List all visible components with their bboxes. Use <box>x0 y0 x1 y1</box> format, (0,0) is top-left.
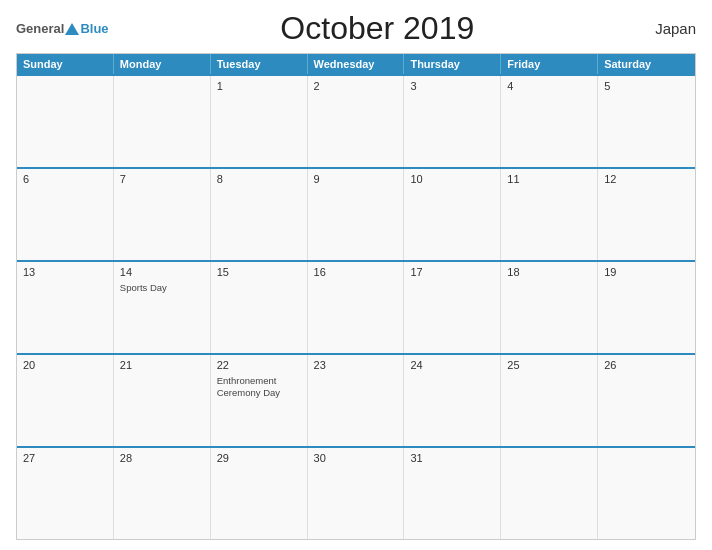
day-number: 1 <box>217 80 301 92</box>
cal-cell <box>598 448 695 539</box>
calendar-header-row: SundayMondayTuesdayWednesdayThursdayFrid… <box>17 54 695 74</box>
logo-blue: Blue <box>80 21 108 36</box>
cal-cell: 30 <box>308 448 405 539</box>
day-number: 25 <box>507 359 591 371</box>
cal-header-saturday: Saturday <box>598 54 695 74</box>
cal-header-sunday: Sunday <box>17 54 114 74</box>
cal-cell <box>114 76 211 167</box>
day-number: 3 <box>410 80 494 92</box>
cal-header-friday: Friday <box>501 54 598 74</box>
cal-header-wednesday: Wednesday <box>308 54 405 74</box>
header: General Blue October 2019 Japan <box>16 10 696 47</box>
day-number: 23 <box>314 359 398 371</box>
cal-header-thursday: Thursday <box>404 54 501 74</box>
cal-cell <box>501 448 598 539</box>
day-number: 31 <box>410 452 494 464</box>
cal-header-tuesday: Tuesday <box>211 54 308 74</box>
page: General Blue October 2019 Japan SundayMo… <box>0 0 712 550</box>
calendar: SundayMondayTuesdayWednesdayThursdayFrid… <box>16 53 696 540</box>
day-number: 11 <box>507 173 591 185</box>
cal-header-monday: Monday <box>114 54 211 74</box>
day-number: 26 <box>604 359 689 371</box>
day-number: 8 <box>217 173 301 185</box>
day-number: 6 <box>23 173 107 185</box>
calendar-event: Enthronement Ceremony Day <box>217 375 301 400</box>
day-number: 9 <box>314 173 398 185</box>
cal-cell: 29 <box>211 448 308 539</box>
cal-cell: 15 <box>211 262 308 353</box>
day-number: 17 <box>410 266 494 278</box>
cal-cell: 19 <box>598 262 695 353</box>
cal-cell: 21 <box>114 355 211 446</box>
cal-week-0: 12345 <box>17 74 695 167</box>
cal-cell: 7 <box>114 169 211 260</box>
cal-cell: 9 <box>308 169 405 260</box>
cal-cell: 26 <box>598 355 695 446</box>
cal-cell: 28 <box>114 448 211 539</box>
cal-cell: 25 <box>501 355 598 446</box>
cal-cell: 6 <box>17 169 114 260</box>
cal-cell: 17 <box>404 262 501 353</box>
cal-cell: 23 <box>308 355 405 446</box>
day-number: 20 <box>23 359 107 371</box>
cal-cell: 24 <box>404 355 501 446</box>
day-number: 30 <box>314 452 398 464</box>
day-number: 13 <box>23 266 107 278</box>
day-number: 2 <box>314 80 398 92</box>
cal-week-3: 202122Enthronement Ceremony Day23242526 <box>17 353 695 446</box>
day-number: 5 <box>604 80 689 92</box>
month-title: October 2019 <box>109 10 646 47</box>
day-number: 21 <box>120 359 204 371</box>
cal-cell: 13 <box>17 262 114 353</box>
cal-cell: 31 <box>404 448 501 539</box>
cal-week-4: 2728293031 <box>17 446 695 539</box>
day-number: 15 <box>217 266 301 278</box>
cal-cell: 14Sports Day <box>114 262 211 353</box>
day-number: 10 <box>410 173 494 185</box>
day-number: 29 <box>217 452 301 464</box>
day-number: 28 <box>120 452 204 464</box>
day-number: 24 <box>410 359 494 371</box>
day-number: 12 <box>604 173 689 185</box>
cal-cell: 3 <box>404 76 501 167</box>
day-number: 4 <box>507 80 591 92</box>
cal-cell: 18 <box>501 262 598 353</box>
logo-triangle-icon <box>65 23 79 35</box>
day-number: 27 <box>23 452 107 464</box>
calendar-body: 1234567891011121314Sports Day15161718192… <box>17 74 695 539</box>
day-number: 18 <box>507 266 591 278</box>
logo: General Blue <box>16 21 109 36</box>
cal-cell: 8 <box>211 169 308 260</box>
cal-cell: 20 <box>17 355 114 446</box>
calendar-event: Sports Day <box>120 282 204 294</box>
logo-general: General <box>16 21 64 36</box>
day-number: 7 <box>120 173 204 185</box>
cal-cell: 16 <box>308 262 405 353</box>
day-number: 22 <box>217 359 301 371</box>
cal-cell: 10 <box>404 169 501 260</box>
cal-week-2: 1314Sports Day1516171819 <box>17 260 695 353</box>
cal-cell: 4 <box>501 76 598 167</box>
cal-cell: 2 <box>308 76 405 167</box>
cal-cell: 1 <box>211 76 308 167</box>
country-label: Japan <box>646 20 696 37</box>
cal-week-1: 6789101112 <box>17 167 695 260</box>
day-number: 19 <box>604 266 689 278</box>
day-number: 16 <box>314 266 398 278</box>
cal-cell: 12 <box>598 169 695 260</box>
cal-cell: 5 <box>598 76 695 167</box>
cal-cell: 11 <box>501 169 598 260</box>
day-number: 14 <box>120 266 204 278</box>
cal-cell: 22Enthronement Ceremony Day <box>211 355 308 446</box>
cal-cell <box>17 76 114 167</box>
cal-cell: 27 <box>17 448 114 539</box>
